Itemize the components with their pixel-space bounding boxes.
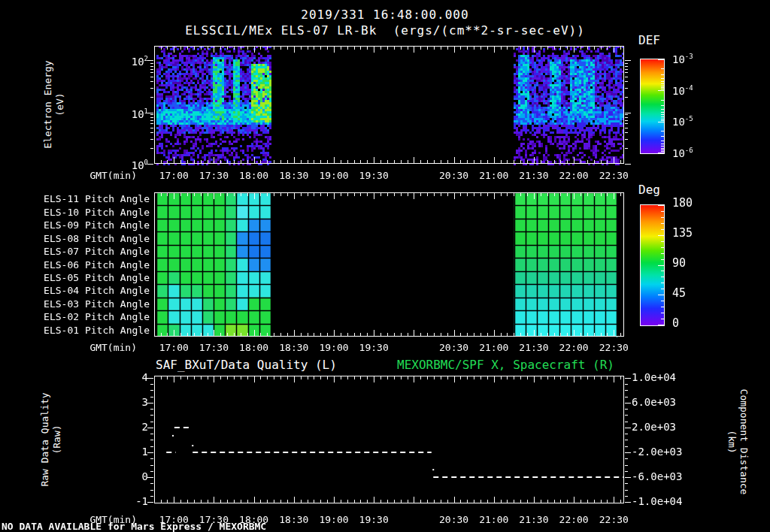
x-tick-label: 22:00 [559,514,589,525]
deg-colorbar-tick-label: 135 [672,228,693,239]
x-tick-label: 18:30 [279,342,308,353]
def-colorbar-tick-label: 10-5 [672,113,693,128]
x-tick-label: 17:00 [159,342,189,353]
pitch-angle-row-label: ELS-11 Pitch Angle [0,193,150,204]
quality-tick-label: 1 [98,446,148,458]
deg-colorbar-tick-label: 0 [672,318,679,329]
quality-tick-label: -1 [98,496,148,507]
x-tick-label: 21:00 [479,170,508,181]
no-data-status-line: NO DATA AVAILABLE for Mars Express / MEX… [2,521,266,532]
pitch-angle-row-label: ELS-10 Pitch Angle [0,207,150,218]
deg-colorbar-tick-label: 90 [672,258,686,269]
distance-tick-label: 1.0e+04 [632,372,676,383]
x-tick-label: 19:30 [359,514,389,525]
spectrogram-display-screen: 2019/331 16:48:00.000 ELSSCIL/MEx ELS-07… [0,0,770,532]
x-tick-label: 22:30 [599,170,629,181]
x-tick-label: 17:30 [199,170,229,181]
x-tick-label: 21:30 [519,514,548,525]
def-colorbar-tick-label: 10-4 [672,83,693,97]
quality-tick-label: 2 [98,422,148,433]
pitch-angle-row-label: ELS-03 Pitch Angle [0,298,150,310]
pitch-angle-row-label: ELS-07 Pitch Angle [0,246,150,257]
gmt-axis-title: GMT(min) [74,170,137,181]
distance-tick-label: 6.0e+03 [632,397,676,408]
energy-tick-label: 100 [98,157,148,171]
x-tick-label: 20:30 [439,514,468,525]
x-tick-label: 21:00 [479,342,508,353]
x-tick-label: 22:00 [559,170,589,181]
x-tick-label: 18:00 [239,170,268,181]
x-tick-label: 22:30 [599,514,629,525]
pitch-angle-row-label: ELS-01 Pitch Angle [0,325,150,336]
deg-colorbar-tick-label: 180 [672,198,693,209]
pitch-angle-row-label: ELS-06 Pitch Angle [0,259,150,271]
distance-tick-label: -2.0e+03 [632,446,682,458]
distance-tick-label: 2.0e+03 [632,422,676,433]
quality-tick-label: 4 [98,372,148,383]
x-tick-label: 20:30 [439,342,468,353]
pitch-angle-row-label: ELS-02 Pitch Angle [0,311,150,322]
x-tick-label: 19:30 [359,170,389,181]
pitch-angle-row-label: ELS-09 Pitch Angle [0,219,150,231]
x-tick-label: 21:30 [519,342,548,353]
energy-tick-label: 102 [98,53,148,68]
x-tick-label: 19:30 [359,342,389,353]
x-tick-label: 17:00 [159,170,189,181]
pitch-angle-row-label: ELS-05 Pitch Angle [0,272,150,283]
x-tick-label: 20:30 [439,170,468,181]
x-tick-label: 22:30 [599,342,629,353]
x-tick-label: 18:00 [239,342,268,353]
gmt-axis-title: GMT(min) [74,342,137,353]
deg-colorbar-tick-label: 45 [672,288,686,299]
x-tick-label: 21:00 [479,514,508,525]
pitch-angle-row-label: ELS-08 Pitch Angle [0,233,150,244]
axis-labels-layer: GMT(min)17:0017:3018:0018:3019:0019:3020… [0,0,770,532]
x-tick-label: 18:30 [279,514,308,525]
x-tick-label: 18:30 [279,170,308,181]
x-tick-label: 17:30 [199,342,229,353]
x-tick-label: 19:00 [319,514,348,525]
quality-tick-label: 3 [98,397,148,408]
quality-tick-label: 0 [98,471,148,482]
x-tick-label: 19:00 [319,342,348,353]
x-tick-label: 21:30 [519,170,548,181]
distance-tick-label: -6.0e+03 [632,471,682,482]
pitch-angle-row-label: ELS-04 Pitch Angle [0,285,150,296]
def-colorbar-tick-label: 10-3 [672,51,693,65]
x-tick-label: 19:00 [319,170,348,181]
energy-tick-label: 101 [98,106,148,120]
distance-tick-label: -1.0e+04 [632,496,682,507]
def-colorbar-tick-label: 10-6 [672,145,693,159]
x-tick-label: 22:00 [559,342,589,353]
